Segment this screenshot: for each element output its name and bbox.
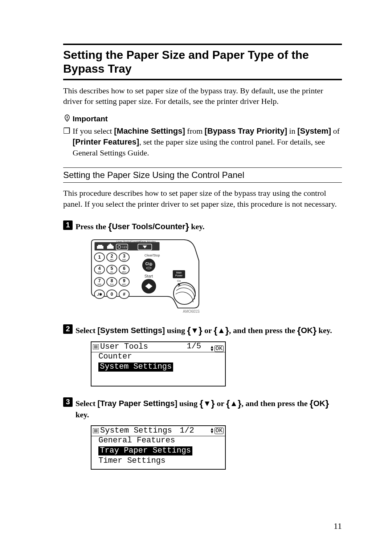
svg-text:Main: Main <box>176 271 181 274</box>
svg-rect-52 <box>178 283 180 285</box>
lcd-panel-1: User Tools 1/5 ▲▼OK Counter System Setti… <box>91 341 226 386</box>
lcd2-ok: OK <box>215 428 224 434</box>
svg-text:5: 5 <box>111 266 113 271</box>
svg-text:User Tools/Counter: User Tools/Counter <box>116 240 141 243</box>
step-number-3: 3 <box>63 397 73 407</box>
svg-text:TUV: TUV <box>110 283 114 285</box>
svg-text:MNO: MNO <box>122 271 126 273</box>
lcd2-row3: Timer Settings <box>91 457 225 467</box>
svg-text:8: 8 <box>111 278 113 283</box>
svg-text:123: 123 <box>122 245 127 249</box>
subsection-heading: Setting the Paper Size Using the Control… <box>63 170 342 180</box>
lcd1-row2: System Settings <box>91 362 225 373</box>
svg-text:7: 7 <box>98 278 101 283</box>
svg-text:PRS: PRS <box>98 283 102 285</box>
step-number-1: 1 <box>63 220 73 230</box>
svg-text:3: 3 <box>123 254 126 259</box>
svg-text:Start: Start <box>144 274 153 278</box>
svg-text:JKL: JKL <box>110 271 114 273</box>
lcd2-row1: General Features <box>91 436 225 446</box>
svg-text:Clear Modes: Clear Modes <box>139 240 156 243</box>
svg-text:1: 1 <box>98 254 101 260</box>
svg-text:4: 4 <box>98 266 101 271</box>
step-3-text: Select [Tray Paper Settings] using {▼} o… <box>75 397 342 420</box>
list-icon <box>93 344 99 349</box>
svg-text:DEF: DEF <box>122 259 126 261</box>
important-icon <box>63 114 71 123</box>
svg-text:WXY: WXY <box>122 283 126 285</box>
svg-text:ABC: ABC <box>110 259 114 261</box>
lcd1-page: 1/5 <box>187 342 201 351</box>
step-2-text: Select [System Settings] using {▼} or {▲… <box>75 324 342 336</box>
svg-text:Clear/Stop: Clear/Stop <box>144 254 160 257</box>
para2: This procedure describes how to set pape… <box>63 188 342 209</box>
bullet-icon: ❒ <box>63 126 73 158</box>
lcd1-ok: OK <box>215 345 224 352</box>
svg-text:#: # <box>123 292 126 297</box>
figure-code: AMO601S <box>91 309 200 313</box>
important-label: Important <box>73 114 108 123</box>
lcd2-page: 1/2 <box>180 426 194 436</box>
lcd1-title: User Tools <box>100 343 148 352</box>
svg-rect-0 <box>67 116 68 118</box>
svg-text:9: 9 <box>123 278 126 283</box>
svg-text:Power: Power <box>175 274 183 277</box>
svg-text:2: 2 <box>111 254 113 259</box>
intro-paragraph: This describes how to set paper size of … <box>63 85 342 107</box>
bullet-text: If you select [Machine Settings] from [B… <box>73 126 342 158</box>
list-icon <box>93 428 99 433</box>
svg-text:C/◎: C/◎ <box>146 262 152 266</box>
svg-rect-1 <box>67 119 68 120</box>
lcd1-row1: Counter <box>91 352 225 362</box>
svg-text:0: 0 <box>111 292 113 297</box>
keypad-figure: 123 User Tools/Counter Clear Modes 1 2AB… <box>91 239 342 313</box>
section-heading: Setting the Paper Size and Paper Type of… <box>63 48 342 76</box>
step-number-2: 2 <box>63 324 73 334</box>
svg-text:./✱: ./✱ <box>97 292 102 296</box>
page-number: 11 <box>334 521 342 531</box>
svg-text:GHI: GHI <box>98 271 101 273</box>
lcd2-title: System Settings <box>100 426 172 436</box>
lcd-panel-2: System Settings 1/2 ▲▼OK General Feature… <box>91 425 226 470</box>
lcd2-row2: Tray Paper Settings <box>91 446 225 457</box>
svg-text:6: 6 <box>123 266 126 271</box>
step-1-text: Press the {User Tools/Counter} key. <box>75 220 342 232</box>
svg-text:On: On <box>177 279 181 283</box>
